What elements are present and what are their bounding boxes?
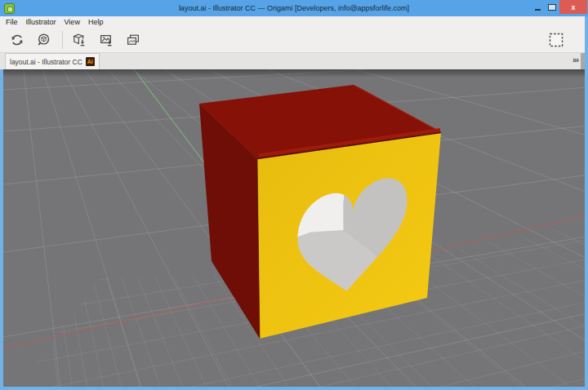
document-tab[interactable]: layout.ai - Illustrator CC Ai bbox=[5, 53, 100, 69]
toolbar-separator bbox=[62, 31, 63, 49]
select-area-icon bbox=[549, 33, 564, 47]
maximize-icon bbox=[548, 4, 556, 11]
3d-scene bbox=[3, 69, 585, 387]
fit-view-button[interactable] bbox=[35, 31, 53, 49]
tab-overflow-chevrons-icon[interactable]: ››› bbox=[572, 55, 578, 64]
title-bar: layout.ai - Illustrator CC — Origami [De… bbox=[0, 0, 588, 16]
fit-view-icon bbox=[37, 33, 51, 47]
app-icon bbox=[4, 3, 15, 14]
tab-strip: layout.ai - Illustrator CC Ai ››› bbox=[0, 53, 588, 69]
window-border-right bbox=[585, 16, 588, 69]
menu-file[interactable]: File bbox=[2, 16, 22, 28]
minimize-icon bbox=[535, 9, 541, 11]
export-model-icon bbox=[72, 33, 87, 47]
maximize-button[interactable] bbox=[545, 0, 559, 14]
menu-view[interactable]: View bbox=[60, 16, 84, 28]
export-image-button[interactable] bbox=[97, 31, 115, 49]
menu-bar: File Illustrator View Help bbox=[0, 16, 588, 28]
toolbar bbox=[0, 28, 588, 53]
minimize-button[interactable] bbox=[530, 0, 545, 14]
app-window: layout.ai - Illustrator CC — Origami [De… bbox=[0, 0, 588, 390]
sync-button[interactable] bbox=[8, 31, 26, 49]
menu-illustrator[interactable]: Illustrator bbox=[22, 16, 60, 28]
export-model-button[interactable] bbox=[70, 31, 88, 49]
sync-icon bbox=[10, 33, 24, 47]
close-button[interactable]: x bbox=[559, 0, 587, 14]
export-image-icon bbox=[99, 33, 114, 47]
illustrator-badge-icon: Ai bbox=[86, 57, 95, 66]
tab-label: layout.ai - Illustrator CC bbox=[10, 58, 82, 66]
copy-image-button[interactable] bbox=[124, 31, 142, 49]
copy-image-icon bbox=[126, 33, 140, 47]
select-area-button[interactable] bbox=[547, 31, 565, 49]
menu-help[interactable]: Help bbox=[84, 16, 108, 28]
viewport-top-shadow bbox=[3, 69, 585, 78]
preview-viewport[interactable] bbox=[0, 69, 588, 390]
window-title: layout.ai - Illustrator CC — Origami [De… bbox=[0, 4, 588, 12]
